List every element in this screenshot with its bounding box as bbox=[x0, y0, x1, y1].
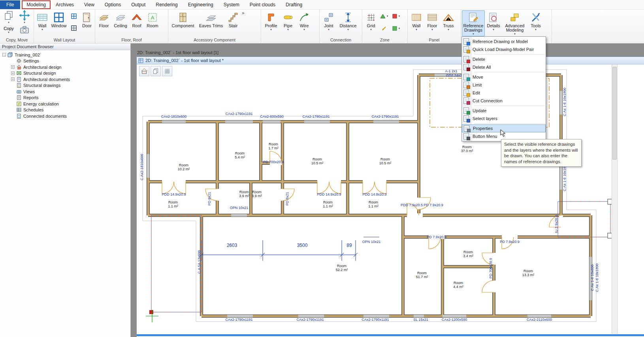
plan-label: Room13.3 m² bbox=[522, 269, 535, 277]
sidebar-item-settings[interactable]: Settings bbox=[2, 58, 130, 64]
truss-button[interactable]: Truss ▼ bbox=[440, 10, 457, 36]
background-window-title[interactable]: 2D: Training_002` - 1st floor wall layou… bbox=[137, 50, 218, 55]
menu-rendering[interactable]: Rendering bbox=[151, 1, 183, 9]
collapse-icon[interactable]: - bbox=[2, 53, 6, 56]
move-button[interactable]: ▼ bbox=[17, 10, 32, 23]
plan-label: CAx2-1810x600 bbox=[161, 115, 187, 119]
sidebar-item-connected-documents[interactable]: Connected documents bbox=[2, 113, 130, 119]
camera-button[interactable] bbox=[17, 23, 32, 36]
window-small-button[interactable] bbox=[69, 11, 79, 21]
menu-archives[interactable]: Archives bbox=[51, 1, 79, 9]
mouse-cursor bbox=[500, 129, 507, 137]
plan-label: PD 8x21 bbox=[285, 192, 289, 206]
zone-boundary-button[interactable]: ▼ bbox=[379, 11, 389, 21]
menu-item-edit[interactable]: Edit bbox=[462, 89, 546, 97]
expand-icon[interactable]: + bbox=[11, 77, 15, 81]
menu-file[interactable]: File bbox=[0, 0, 20, 9]
joint-button[interactable]: Joint ▼ bbox=[320, 10, 337, 36]
sidebar-item-reports[interactable]: Reports bbox=[2, 95, 130, 101]
selection-box-right-blue[interactable] bbox=[558, 201, 610, 237]
drawing-window-titlebar[interactable]: 2D: Training_002` - 1st floor wall layou… bbox=[137, 57, 644, 64]
sidebar-item-structural-design[interactable]: + Structural design bbox=[2, 70, 130, 77]
home-view-button[interactable] bbox=[139, 66, 149, 76]
menu-point-clouds[interactable]: Point clouds bbox=[245, 1, 281, 9]
menu-item-delete-all[interactable]: Delete All bbox=[462, 63, 546, 71]
sidebar-item-architectural-documents[interactable]: + Architectural documents bbox=[2, 76, 130, 83]
copy-button[interactable]: ▼ bbox=[1, 10, 17, 23]
window-button[interactable]: Window bbox=[50, 10, 68, 36]
menu-modeling[interactable]: Modeling bbox=[22, 0, 51, 9]
tree-root[interactable]: - Training_002` bbox=[2, 52, 130, 58]
panel-wall-icon bbox=[411, 12, 422, 23]
group-connection: Joint ▼ Distance ▼ Connection bbox=[320, 9, 362, 43]
plan-label: CAx2-1790x1191 bbox=[226, 112, 253, 116]
stair-icon bbox=[228, 12, 239, 23]
selection-handle-red[interactable] bbox=[149, 310, 153, 314]
advanced-modeling-button[interactable]: Advanced Modeling ▼ bbox=[502, 10, 527, 36]
sidebar-item-schedules[interactable]: Schedules bbox=[2, 107, 130, 113]
ceiling-button[interactable]: Ceiling bbox=[112, 10, 129, 36]
component-button[interactable]: Component bbox=[169, 10, 197, 36]
selection-box-left-blue[interactable] bbox=[151, 215, 201, 312]
menu-item-reference-drawing-or-model[interactable]: Reference Drawing or Model bbox=[462, 38, 546, 45]
menu-item-cut-connection[interactable]: Cut Connection bbox=[462, 97, 546, 105]
plan-label: OPN 10x21 bbox=[230, 206, 249, 210]
zone-hatch-button[interactable] bbox=[379, 23, 389, 34]
menu-view[interactable]: View bbox=[79, 1, 100, 9]
menu-item-limit[interactable]: Limit bbox=[462, 81, 546, 89]
wall-button[interactable]: Wall ▼ bbox=[35, 10, 50, 36]
menu-item-delete[interactable]: Delete bbox=[462, 55, 546, 63]
zone-red-button[interactable]: ▼ bbox=[391, 11, 401, 21]
panel-wall-button[interactable]: Wall ▼ bbox=[409, 10, 424, 36]
details-button[interactable]: Details ▼ bbox=[485, 10, 502, 36]
profile-button[interactable]: Profile ▼ bbox=[262, 10, 280, 36]
sidebar-item-views[interactable]: Views bbox=[2, 88, 130, 95]
wire-button[interactable]: Wire ▼ bbox=[296, 10, 313, 36]
menu-item-update[interactable]: Update bbox=[462, 107, 546, 115]
room-button[interactable]: A Room bbox=[144, 10, 161, 36]
floor-button[interactable]: Floor bbox=[96, 10, 112, 36]
pipe-button[interactable]: Pipe ▼ bbox=[280, 10, 296, 36]
selection-box-left-red bbox=[151, 215, 201, 312]
menu-item-select-layers[interactable]: Select layers bbox=[462, 115, 546, 122]
truss-icon bbox=[443, 12, 454, 23]
menu-item-quick-load[interactable]: Quick Load Drawing-Model Pair bbox=[462, 45, 546, 53]
sidebar-item-energy-calculation[interactable]: Energy calculation bbox=[2, 101, 130, 107]
accessory-expander-button[interactable]: » bbox=[241, 10, 245, 19]
menu-item-move[interactable]: Move bbox=[462, 73, 546, 81]
window-alt-button[interactable] bbox=[69, 23, 79, 33]
floor-plan-canvas[interactable]: CAx2-1810x600CAx2-1790x1191CAx2-600x590C… bbox=[137, 64, 644, 334]
door-button[interactable]: Door bbox=[80, 10, 94, 36]
stair-button[interactable]: Stair bbox=[225, 10, 241, 36]
plan-label: PDD 14.9x20.9 bbox=[362, 192, 386, 196]
sidebar-item-architectural-design[interactable]: + Architectural design bbox=[2, 64, 130, 70]
menu-system[interactable]: System bbox=[218, 1, 245, 9]
group-label: Panel bbox=[408, 38, 461, 43]
plan-label: Room52.2 m² bbox=[336, 264, 348, 272]
menu-options[interactable]: Options bbox=[100, 1, 126, 9]
reference-drawings-button[interactable]: Reference Drawings ▼ bbox=[462, 10, 485, 36]
roof-button[interactable]: Roof bbox=[129, 10, 144, 36]
expand-icon[interactable]: + bbox=[11, 65, 15, 69]
menu-output[interactable]: Output bbox=[126, 1, 151, 9]
eaves-trims-button[interactable]: Eaves Trims bbox=[197, 10, 225, 36]
distance-button[interactable]: Distance ▼ bbox=[337, 10, 359, 36]
grid-button[interactable]: Grid ▼ bbox=[363, 10, 379, 36]
grid-view-button[interactable] bbox=[162, 66, 172, 76]
tools-button[interactable]: Tools ▼ bbox=[527, 10, 544, 36]
plan-label: Room10.5 m² bbox=[379, 157, 392, 165]
zone-green-button[interactable]: ▼ bbox=[391, 23, 401, 34]
sidebar-item-structural-drawings[interactable]: Structural drawings bbox=[2, 83, 130, 89]
copy-view-button[interactable] bbox=[151, 66, 161, 76]
panel-floor-button[interactable]: Floor ▼ bbox=[424, 10, 440, 36]
group-label: Connection bbox=[320, 38, 362, 43]
plan-label: C.A 5A 13x600 bbox=[197, 250, 201, 274]
expand-icon[interactable]: + bbox=[11, 72, 15, 75]
scrollbar-thumb[interactable] bbox=[612, 67, 617, 160]
vertical-scrollbar[interactable] bbox=[612, 64, 618, 334]
limit-icon bbox=[463, 82, 469, 88]
menu-drafting[interactable]: Drafting bbox=[281, 1, 307, 9]
plan-label: 3500 bbox=[297, 243, 308, 248]
menu-engineering[interactable]: Engineering bbox=[183, 1, 218, 9]
copy-menu-button[interactable]: Copy ▼ bbox=[1, 23, 17, 36]
